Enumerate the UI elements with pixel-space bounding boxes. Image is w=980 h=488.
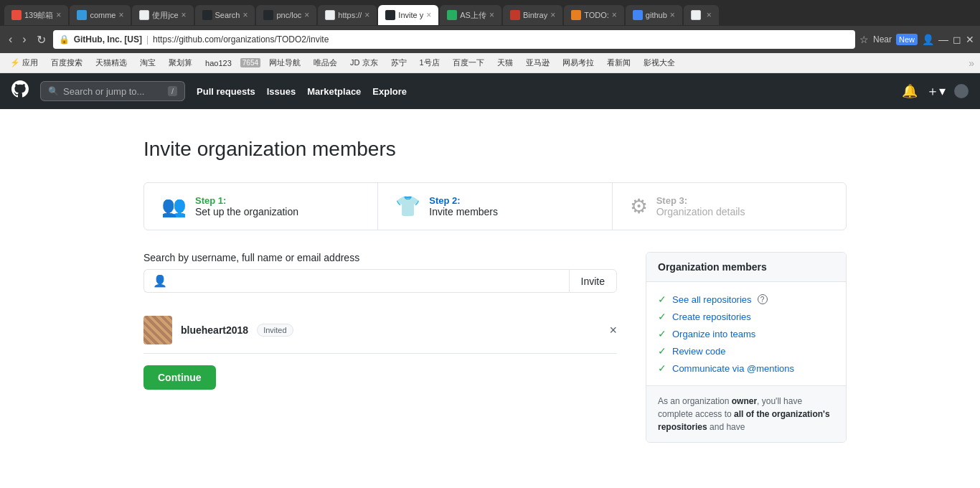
toolbar-right: ☆ Near New 👤 — ◻ ✕ [859,34,974,45]
address-url[interactable]: https://github.com/organizations/TODO2/i… [153,34,849,44]
right-panel-title: Organization members [646,253,846,282]
invite-button[interactable]: Invite [569,269,617,293]
bookmark-video[interactable]: 影视大全 [639,56,679,70]
tab-close-5[interactable]: × [304,10,309,20]
bookmark-jd[interactable]: JD 京东 [346,56,382,70]
tab-label-1: 139邮箱 [24,10,53,21]
tab-label-10: TODO: [584,11,609,19]
bookmark-juhuasuan[interactable]: 聚划算 [164,56,197,70]
tab-5[interactable]: pnc/loc × [256,5,316,25]
bookmark-1shop[interactable]: 1号店 [415,56,444,70]
step-1-desc: Set up the organization [195,206,298,217]
tab-2[interactable]: comme × [70,5,131,25]
gh-search[interactable]: 🔍 / [40,81,185,101]
bookmark-tmall[interactable]: 天猫 [493,56,517,70]
lock-icon: 🔒 [59,34,70,44]
nav-pull-requests[interactable]: Pull requests [197,86,255,97]
tab-7[interactable]: Invite y × [378,5,438,25]
bookmark-hao123[interactable]: hao123 [201,57,236,69]
tab-favicon-11 [633,10,643,20]
bookmark-suning[interactable]: 苏宁 [387,56,411,70]
tab-favicon-7 [385,10,395,20]
extensions-icon[interactable]: New [896,34,918,45]
check-icon-2: ✓ [658,311,666,322]
tab-close-4[interactable]: × [242,10,248,20]
bookmark-news[interactable]: 看新闻 [603,56,635,70]
tab-4[interactable]: Search × [195,5,255,25]
tab-favicon-8 [447,10,457,20]
bookmark-taobao[interactable]: 淘宝 [136,56,160,70]
nav-issues[interactable]: Issues [267,86,296,97]
tab-6[interactable]: https:// × [318,5,377,25]
bookmark-baidu-search[interactable]: 百度搜索 [47,56,87,70]
tab-1[interactable]: 139邮箱 × [4,5,68,25]
continue-button[interactable]: Continue [143,365,216,390]
tab-12[interactable]: × [684,5,719,25]
minimize-icon[interactable]: — [938,34,948,45]
tab-close-12[interactable]: × [707,10,712,20]
step-3-icon: ⚙ [630,194,648,218]
tab-9[interactable]: Bintray × [503,5,562,25]
bookmark-netease[interactable]: 网易考拉 [558,56,598,70]
notifications-icon[interactable]: 🔔 [902,83,918,99]
check-label-1[interactable]: See all repositories [672,294,752,305]
search-input-wrap[interactable]: 👤 [143,269,569,293]
tab-label-4: Search [215,11,240,19]
tab-label-7: Invite y [398,11,423,19]
tab-close-3[interactable]: × [182,10,187,20]
content-left: Search by username, full name or email a… [143,252,617,443]
tab-3[interactable]: 使用jce × [132,5,193,25]
tab-8[interactable]: AS上传 × [440,5,501,25]
help-icon-1[interactable]: ? [758,294,768,304]
check-label-2[interactable]: Create repositories [672,311,751,322]
tab-close-6[interactable]: × [364,10,369,20]
check-label-4[interactable]: Review code [672,346,725,357]
tab-close-11[interactable]: × [670,10,675,20]
github-nav: 🔍 / Pull requests Issues Marketplace Exp… [0,73,980,109]
content-right: Organization members ✓ See all repositor… [646,252,847,443]
bookmark-vipshop[interactable]: 唯品会 [309,56,341,70]
check-icon-3: ✓ [658,328,666,339]
nav-explore[interactable]: Explore [372,86,407,97]
search-input[interactable] [63,86,164,97]
tab-favicon-6 [325,10,335,20]
refresh-button[interactable]: ↻ [34,32,49,48]
tab-close-8[interactable]: × [489,10,494,20]
tab-favicon-9 [510,10,520,20]
gh-nav-right: 🔔 ＋▾ [902,83,969,100]
tab-close-9[interactable]: × [550,10,555,20]
new-plus-icon[interactable]: ＋▾ [926,83,946,100]
tab-close-7[interactable]: × [426,10,431,20]
tab-close-2[interactable]: × [118,10,123,20]
tab-favicon-4 [202,10,212,20]
user-avatar-placeholder [143,316,172,344]
bookmarks-more[interactable]: » [969,57,974,69]
member-search-input[interactable] [173,276,560,287]
user-avatar[interactable] [954,84,969,98]
bookmark-baidu[interactable]: 百度一下 [448,56,489,70]
back-button[interactable]: ‹ [6,32,15,47]
github-logo[interactable] [11,80,29,102]
tab-close-10[interactable]: × [612,10,617,20]
forward-button[interactable]: › [19,32,29,47]
check-label-3[interactable]: Organize into teams [672,329,755,339]
bookmark-icon[interactable]: ☆ [859,34,869,45]
bookmark-tianmao[interactable]: 天猫精选 [91,56,131,70]
check-label-5[interactable]: Communicate via @mentions [672,363,794,374]
remove-user-button[interactable]: × [609,324,617,337]
step-2: 👕 Step 2: Invite members [378,183,612,230]
nav-marketplace[interactable]: Marketplace [307,86,361,97]
bookmark-wangzhi[interactable]: 网址导航 [265,56,305,70]
close-window-icon[interactable]: ✕ [966,34,974,45]
bookmarks-bar: ⚡ 应用 百度搜索 天猫精选 淘宝 聚划算 hao123 7654 网址导航 唯… [0,53,980,73]
tab-10[interactable]: TODO: × [564,5,624,25]
tab-label-9: Bintray [523,11,547,19]
tab-11[interactable]: github × [626,5,682,25]
bookmark-apps[interactable]: ⚡ 应用 [6,56,42,70]
tab-close-1[interactable]: × [56,10,61,20]
maximize-icon[interactable]: ◻ [953,34,961,45]
check-item-4: ✓ Review code [658,342,834,360]
bookmark-amazon[interactable]: 亚马逊 [522,56,554,70]
profile-icon[interactable]: 👤 [922,34,934,45]
address-bar[interactable]: 🔒 GitHub, Inc. [US] | https://github.com… [53,30,855,49]
